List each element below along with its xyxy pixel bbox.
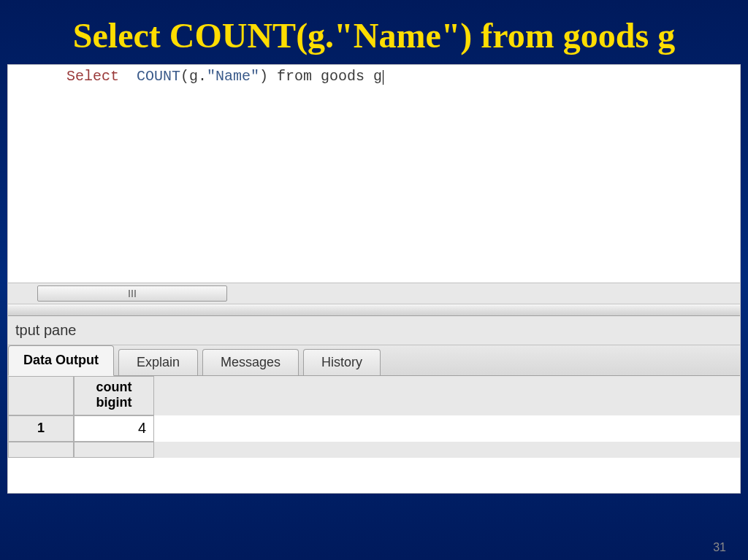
sql-from-clause: from goods g [268, 68, 382, 85]
grid-column-header[interactable]: count bigint [74, 376, 154, 415]
sql-keyword-count: COUNT [128, 68, 180, 85]
scrollbar-grip-icon [129, 290, 136, 297]
sql-editor[interactable]: Select COUNT(g."Name") from goods g [8, 65, 740, 283]
result-grid: count bigint 1 4 [8, 376, 740, 458]
sql-alias-g: g. [189, 68, 207, 85]
sql-query-text: Select COUNT(g."Name") from goods g [15, 68, 733, 85]
output-tabs: Data Output Explain Messages History [8, 345, 740, 376]
sql-paren-open: ( [180, 68, 189, 85]
table-row: 1 4 [8, 415, 740, 442]
tab-explain[interactable]: Explain [118, 349, 198, 375]
sql-keyword-select: Select [66, 68, 128, 85]
data-cell[interactable]: 4 [74, 415, 154, 442]
grid-column-type: bigint [79, 395, 149, 411]
grid-footer-row [8, 442, 740, 458]
grid-header-row: count bigint [8, 376, 740, 415]
slide-title: Select COUNT(g."Name") from goods g [0, 0, 748, 64]
scrollbar-thumb[interactable] [37, 285, 227, 302]
pane-separator[interactable] [8, 304, 740, 316]
text-cursor [383, 70, 383, 85]
sql-column-name: "Name" [207, 68, 259, 85]
tab-data-output[interactable]: Data Output [8, 345, 114, 376]
grid-column-name: count [79, 380, 149, 396]
sql-paren-close: ) [259, 68, 268, 85]
db-tool-screenshot: Select COUNT(g."Name") from goods g tput… [7, 64, 741, 494]
tab-messages[interactable]: Messages [202, 349, 299, 375]
horizontal-scrollbar[interactable] [8, 283, 740, 304]
slide-page-number: 31 [713, 541, 726, 554]
grid-footer-rownum [8, 442, 74, 458]
grid-corner-cell [8, 376, 74, 415]
row-number-cell[interactable]: 1 [8, 415, 74, 442]
grid-footer-cell [74, 442, 154, 458]
tab-history[interactable]: History [303, 349, 381, 375]
output-pane-label: tput pane [8, 316, 740, 345]
